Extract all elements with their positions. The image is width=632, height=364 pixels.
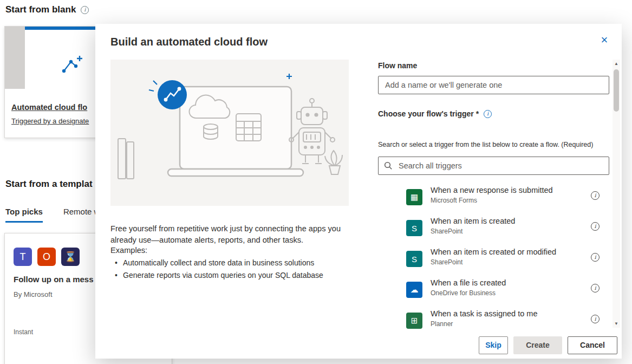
examples-list: Automatically collect and store data in … [114, 258, 347, 283]
build-automated-flow-dialog: Build an automated cloud flow × [95, 24, 622, 359]
trigger-title: When an item is created [431, 217, 515, 225]
trigger-row-task-assigned[interactable]: ⊞ When a task is assigned to me Planner … [378, 306, 609, 329]
trigger-service: SharePoint [431, 258, 462, 266]
flow-graph-icon [60, 54, 84, 76]
card-title-link[interactable]: Automated cloud flo [11, 103, 87, 112]
microsoft-forms-icon: ▦ [406, 189, 422, 205]
forms-glyph: ▦ [411, 192, 418, 202]
onedrive-glyph: ☁ [411, 285, 419, 295]
cancel-button[interactable]: Cancel [568, 336, 617, 354]
card-subtitle-link[interactable]: Triggered by a designate [11, 117, 89, 125]
dialog-title: Build an automated cloud flow [110, 36, 268, 48]
template-app-icons: T O ⌛ [14, 248, 80, 266]
trigger-title: When a file is created [431, 278, 506, 287]
trigger-search-box[interactable] [378, 157, 609, 175]
hourglass-glyph: ⌛ [64, 251, 76, 263]
create-button[interactable]: Create [513, 336, 562, 354]
office-glyph: O [43, 251, 50, 263]
scroll-up-icon[interactable]: ▲ [613, 61, 620, 66]
hourglass-icon: ⌛ [61, 248, 80, 266]
template-title: Follow up on a mess [14, 275, 94, 284]
trigger-scrollbar[interactable]: ▲ ▼ [613, 60, 620, 328]
trigger-info-button[interactable]: i [591, 190, 600, 200]
info-icon: i [591, 222, 600, 231]
trigger-label-row: Choose your flow's trigger * i [378, 109, 492, 118]
trigger-list: ▦ When a new response is submitted Micro… [378, 182, 609, 329]
planner-icon: ⊞ [406, 313, 422, 329]
teams-icon: T [14, 248, 32, 266]
tab-top-picks[interactable]: Top picks [5, 207, 43, 223]
examples-label: Examples: [110, 246, 147, 255]
onedrive-icon: ☁ [406, 282, 422, 298]
trigger-row-item-created[interactable]: S When an item is created SharePoint i [378, 213, 609, 244]
power-automate-page: Start from blank i Automated cloud flo T… [0, 0, 632, 364]
sharepoint-glyph: S [412, 224, 417, 233]
search-icon [384, 161, 393, 170]
start-from-blank-header: Start from blank i [5, 4, 89, 15]
sharepoint-icon: S [406, 220, 422, 236]
info-icon: i [591, 253, 600, 262]
start-from-blank-heading: Start from blank [5, 4, 76, 15]
close-icon[interactable]: × [596, 31, 613, 49]
template-type-badge: Instant [14, 328, 33, 336]
trigger-title: When an item is created or modified [431, 248, 556, 256]
trigger-title: When a new response is submitted [431, 186, 553, 194]
example-item: Automatically collect and store data in … [114, 258, 347, 267]
info-icon: i [591, 191, 600, 200]
automation-illustration [110, 60, 349, 206]
dialog-footer: Skip Create Cancel [95, 332, 622, 359]
trigger-service: SharePoint [431, 227, 462, 235]
example-item: Generate reports via custom queries on y… [114, 271, 347, 280]
trigger-info-button[interactable]: i [591, 220, 600, 231]
trigger-search-input[interactable] [398, 161, 603, 171]
info-icon[interactable]: i [81, 6, 89, 14]
template-tabs: Top picks Remote w [5, 207, 100, 223]
teams-glyph: T [20, 251, 26, 263]
planner-glyph: ⊞ [411, 316, 418, 326]
skip-button[interactable]: Skip [479, 336, 508, 354]
sharepoint-glyph: S [412, 255, 417, 264]
scroll-down-icon[interactable]: ▼ [613, 321, 620, 326]
dialog-intro-text: Free yourself from repetitive work just … [110, 223, 347, 246]
trigger-info-icon[interactable]: i [484, 110, 492, 118]
trigger-row-file-created[interactable]: ☁ When a file is created OneDrive for Bu… [378, 275, 609, 306]
trigger-row-forms-response[interactable]: ▦ When a new response is submitted Micro… [378, 182, 609, 213]
sharepoint-icon: S [406, 251, 422, 267]
scrollbar-thumb[interactable] [614, 69, 619, 112]
trigger-service: OneDrive for Business [431, 289, 496, 297]
tab-remote-work[interactable]: Remote w [63, 207, 100, 223]
flow-name-label: Flow name [378, 61, 417, 70]
start-from-template-heading: Start from a templat [5, 179, 93, 190]
trigger-info-button[interactable]: i [591, 282, 600, 292]
trigger-hint: Search or select a trigger from the list… [378, 141, 593, 148]
illustration-art [110, 60, 349, 206]
trigger-label: Choose your flow's trigger * [378, 109, 479, 118]
flow-name-input[interactable] [378, 76, 609, 94]
trigger-service: Planner [431, 320, 453, 328]
template-byline: By Microsoft [14, 290, 53, 298]
card-edge-strip [5, 27, 25, 89]
trigger-info-button[interactable]: i [591, 313, 600, 323]
office-icon: O [37, 248, 56, 266]
info-icon: i [591, 284, 600, 292]
info-icon: i [591, 315, 600, 323]
trigger-title: When a task is assigned to me [431, 309, 537, 318]
trigger-service: Microsoft Forms [431, 197, 477, 204]
trigger-info-button[interactable]: i [591, 251, 600, 262]
trigger-row-item-created-modified[interactable]: S When an item is created or modified Sh… [378, 244, 609, 275]
